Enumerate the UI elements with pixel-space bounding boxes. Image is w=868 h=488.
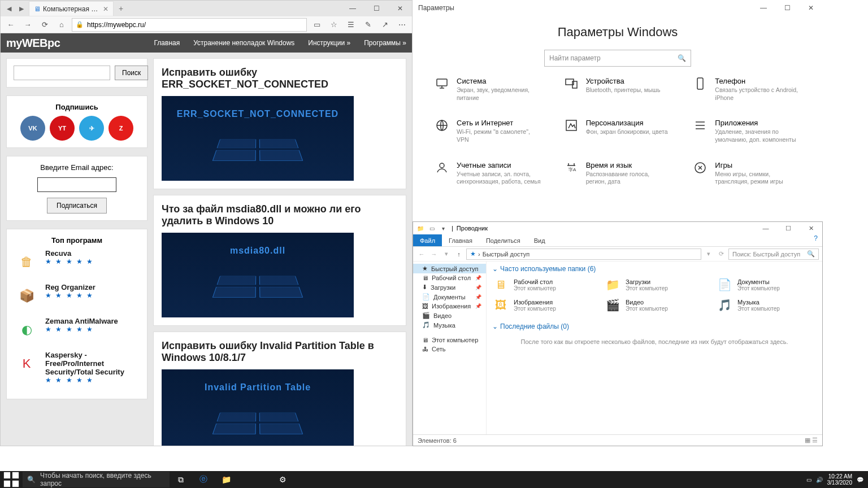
folder-item[interactable]: 📁ЗагрузкиЭтот компьютер — [604, 276, 705, 293]
article-card[interactable]: Исправить ошибку ERR_SOCKET_NOT_CONNECTE… — [153, 58, 406, 189]
nav-item[interactable]: 🎵Музыка — [413, 320, 486, 330]
vk-icon[interactable]: VK — [20, 116, 45, 141]
nav-item[interactable]: ★Быстрый доступ — [413, 264, 486, 273]
settings-taskbar-icon[interactable]: ⚙ — [271, 471, 294, 488]
forward-button[interactable]: → — [21, 18, 34, 32]
program-item[interactable]: ◐Zemana AntiMalware★ ★ ★ ★ ★ — [14, 317, 140, 343]
browser-tab[interactable]: 🖥 Компьютерная помощ ✕ — [29, 1, 114, 16]
nav-item[interactable]: ⬇Загрузки📌 — [413, 282, 486, 292]
home-button[interactable]: ⌂ — [55, 18, 68, 32]
refresh-button[interactable]: ⟳ — [38, 18, 51, 32]
minimize-button[interactable]: — — [754, 222, 777, 234]
settings-category-apps[interactable]: ПриложенияУдаление, значения по умолчани… — [693, 119, 800, 143]
maximize-button[interactable]: ☐ — [777, 222, 800, 234]
settings-category-monitor[interactable]: СистемаЭкран, звук, уведомления, питание — [435, 77, 542, 102]
nav-item[interactable]: 🎬Видео — [413, 311, 486, 320]
dropdown-icon[interactable]: ▾ — [441, 249, 452, 259]
notification-icon[interactable]: 💬 — [857, 477, 863, 483]
telegram-icon[interactable]: ✈ — [79, 116, 104, 141]
maximize-button[interactable]: ☐ — [364, 1, 388, 16]
settings-category-time[interactable]: 字AВремя и языкРаспознавание голоса, реги… — [565, 161, 671, 186]
settings-category-network[interactable]: Сеть и ИнтернетWi-Fi, режим "в самолете"… — [435, 119, 542, 143]
ribbon-tab-file[interactable]: Файл — [413, 234, 442, 246]
qat-icon[interactable]: 📁 — [415, 223, 426, 233]
new-tab-button[interactable]: + — [114, 1, 128, 16]
path-bar[interactable]: ★ › Быстрый доступ — [466, 249, 701, 260]
ribbon-tab-home[interactable]: Главная — [442, 234, 479, 246]
qat-icon[interactable]: ▾ — [438, 223, 448, 233]
help-icon[interactable]: ? — [809, 234, 822, 246]
zen-icon[interactable]: Z — [108, 116, 133, 141]
task-view-button[interactable]: ⧉ — [170, 471, 192, 488]
folder-item[interactable]: 🖼ИзображенияЭтот компьютер — [492, 297, 593, 313]
maximize-button[interactable]: ☐ — [775, 0, 799, 16]
forward-button[interactable]: → — [429, 249, 439, 259]
youtube-icon[interactable]: YT — [50, 116, 75, 141]
settings-search[interactable]: Найти параметр 🔍 — [544, 50, 691, 67]
nav-item[interactable]: 📄Документы📌 — [413, 292, 486, 302]
back-button[interactable]: ← — [416, 249, 427, 259]
close-button[interactable]: ✕ — [388, 1, 412, 16]
close-button[interactable]: ✕ — [799, 0, 823, 16]
nav-item[interactable]: Главная — [154, 39, 180, 47]
ribbon-tab-share[interactable]: Поделиться — [479, 234, 527, 246]
settings-category-devices[interactable]: УстройстваBluetooth, принтеры, мышь — [565, 77, 671, 102]
article-card[interactable]: Исправить ошибку Invalid Partition Table… — [153, 332, 406, 446]
nav-item[interactable]: Устранение неполадок Windows — [193, 39, 294, 47]
next-tabset-icon[interactable]: ▶ — [16, 3, 27, 14]
tab-close-icon[interactable]: ✕ — [103, 5, 108, 13]
share-button[interactable]: ↗ — [378, 18, 392, 32]
nav-item[interactable]: 🖥Этот компьютер — [413, 336, 486, 345]
program-item[interactable]: 📦Reg Organizer★ ★ ★ ★ ★ — [14, 283, 140, 309]
tray-icon[interactable]: ▭ — [806, 477, 811, 483]
nav-item[interactable]: 🖧Сеть — [413, 345, 486, 354]
program-item[interactable]: KKaspersky - Free/Pro/Internet Security/… — [14, 351, 140, 384]
back-button[interactable]: ← — [4, 18, 18, 32]
settings-category-personalize[interactable]: ПерсонализацияФон, экран блокировки, цве… — [565, 119, 671, 143]
email-input[interactable] — [37, 177, 116, 192]
edge-taskbar-icon[interactable]: ⓔ — [192, 471, 215, 488]
article-card[interactable]: Что за файл msdia80.dll и можно ли его у… — [153, 195, 406, 326]
url-input[interactable] — [87, 21, 303, 29]
search-button[interactable]: Поиск — [115, 66, 148, 80]
up-button[interactable]: ↑ — [454, 249, 464, 259]
taskbar-search[interactable]: 🔍 Чтобы начать поиск, введите здесь запр… — [23, 472, 170, 487]
settings-category-phone[interactable]: ТелефонСвязать устройство с Android, iPh… — [693, 77, 800, 102]
view-icons[interactable]: ▦ ☰ — [805, 437, 818, 444]
program-item[interactable]: 🗑Recuva★ ★ ★ ★ ★ — [14, 249, 140, 275]
ribbon-tab-view[interactable]: Вид — [527, 234, 552, 246]
settings-category-account[interactable]: Учетные записиУчетные записи, эл. почта,… — [435, 161, 542, 186]
edit-icon[interactable]: ✎ — [361, 18, 375, 32]
dropdown-icon[interactable]: ▾ — [704, 249, 714, 259]
search-input[interactable] — [14, 66, 110, 80]
minimize-button[interactable]: — — [752, 0, 775, 16]
explorer-search[interactable]: Поиск: Быстрый доступ 🔍 — [728, 249, 819, 260]
refresh-button[interactable]: ⟳ — [716, 249, 726, 259]
folder-item[interactable]: 🎬ВидеоЭтот компьютер — [604, 297, 705, 313]
qat-icon[interactable]: ▭ — [427, 223, 437, 233]
minimize-button[interactable]: — — [341, 1, 364, 16]
subscribe-button[interactable]: Подписаться — [47, 198, 107, 213]
close-button[interactable]: ✕ — [800, 222, 822, 234]
nav-item[interactable]: 🖼Изображения📌 — [413, 302, 486, 311]
recent-files-header[interactable]: ⌄ Последние файлы (0) — [492, 323, 817, 330]
reading-list-icon[interactable]: ☰ — [344, 18, 358, 32]
favorite-button[interactable]: ☆ — [327, 18, 341, 32]
reading-mode-icon[interactable]: ▭ — [310, 18, 324, 32]
site-logo[interactable]: myWEBpc — [6, 37, 60, 50]
volume-icon[interactable]: 🔊 — [816, 477, 823, 483]
nav-item[interactable]: Программы » — [364, 39, 406, 47]
explorer-taskbar-icon[interactable]: 📁 — [215, 471, 237, 488]
frequent-folders-header[interactable]: ⌄ Часто используемые папки (6) — [492, 265, 817, 273]
folder-item[interactable]: 🎵МузыкаЭтот компьютер — [716, 297, 817, 313]
url-bar[interactable]: 🔒 — [72, 18, 307, 32]
more-button[interactable]: ⋯ — [395, 18, 409, 32]
nav-item[interactable]: 🖥Рабочий стол📌 — [413, 273, 486, 282]
settings-category-games[interactable]: ИгрыМеню игры, снимки, трансляция, режим… — [693, 161, 800, 186]
clock[interactable]: 10:22 AM 3/13/2020 — [827, 473, 853, 486]
prev-tabset-icon[interactable]: ◀ — [4, 3, 14, 14]
folder-item[interactable]: 🖥Рабочий столЭтот компьютер — [492, 276, 593, 293]
nav-item[interactable]: Инструкции » — [308, 39, 350, 47]
start-button[interactable] — [0, 471, 23, 488]
folder-item[interactable]: 📄ДокументыЭтот компьютер — [716, 276, 817, 293]
